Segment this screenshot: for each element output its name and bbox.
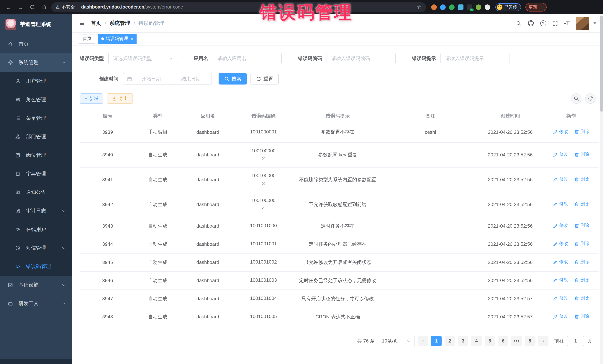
edit-link[interactable]: 修改 [553,295,568,302]
edit-link[interactable]: 修改 [553,129,568,135]
user-avatar[interactable] [576,16,589,30]
search-button[interactable]: 搜索 [219,73,247,85]
edit-link[interactable]: 修改 [553,176,568,183]
toggle-search-button[interactable] [571,93,581,104]
page-button-8[interactable]: 8 [525,336,535,346]
tools-icon [7,301,13,306]
tag-active[interactable]: 错误码管理× [98,34,137,44]
refresh-table-button[interactable] [585,93,596,104]
add-button[interactable]: + 新增 [80,93,103,104]
breadcrumb: 首页 / 系统管理 / 错误码管理 [91,20,164,26]
sidebar-item-role-management[interactable]: 角色管理 [0,90,72,109]
profile-paused-badge[interactable]: 已暂停 [495,3,521,11]
delete-link[interactable]: 删除 [574,277,589,283]
sidebar-item-system-management[interactable]: 系统管理 [0,53,72,72]
page-ellipsis[interactable]: ••• [511,336,522,346]
delete-link[interactable]: 删除 [574,313,589,320]
date-range-picker[interactable]: 开始日期 - 结束日期 [123,73,212,85]
edit-link[interactable]: 修改 [553,259,568,265]
address-bar[interactable]: ⚠ 不安全 dashboard.yudao.iocoder.cn/system/… [51,2,426,12]
collapse-sidebar-icon[interactable] [79,21,84,26]
delete-icon [574,278,579,283]
browser-update-button[interactable]: 更新 ⋮ [525,3,546,11]
scrollbar-thumb[interactable] [600,16,603,112]
delete-link[interactable]: 删除 [574,201,589,207]
delete-link[interactable]: 删除 [574,241,589,247]
browser-home-icon[interactable] [39,2,49,12]
page-button-5[interactable]: 5 [485,336,495,346]
sidebar-item-sms-management[interactable]: 短信管理 [0,239,72,257]
edit-link[interactable]: 修改 [553,313,568,320]
bookmark-star-icon[interactable]: ☆ [417,4,422,10]
sidebar-item-audit-log[interactable]: 审计日志 [0,202,72,220]
delete-link[interactable]: 删除 [574,295,589,302]
page-button-4[interactable]: 4 [471,336,482,346]
avatar-caret-icon[interactable] [593,22,596,24]
sidebar-item-user-management[interactable]: 用户管理 [0,72,72,90]
sidebar-item-dict-management[interactable]: 字典管理 [0,165,72,183]
page-button-3[interactable]: 3 [458,336,468,346]
export-button[interactable]: 导出 [107,93,133,104]
sidebar-item-dept-management[interactable]: 部门管理 [0,128,72,146]
security-chip[interactable]: ⚠ 不安全 [56,4,75,10]
fullscreen-icon[interactable] [552,21,557,26]
error-type-select[interactable]: 请选择错误码类型 [108,53,177,64]
extension-orange-icon[interactable] [431,4,437,10]
edit-link[interactable]: 修改 [553,201,568,207]
error-code-input[interactable] [326,53,395,64]
sidebar-item-menu-management[interactable]: 菜单管理 [0,109,72,128]
delete-link[interactable]: 删除 [574,129,589,135]
delete-link[interactable]: 删除 [574,176,589,183]
app-logo-row[interactable]: 芋道管理系统 [0,14,72,35]
extension-blue-grid-icon[interactable] [458,4,464,10]
error-type-placeholder: 请选择错误码类型 [113,55,152,62]
extension-blue-drop-icon[interactable] [440,4,446,10]
sidebar-item-error-code[interactable]: 错误码管理 [0,257,72,276]
sidebar-item-dev-tools[interactable]: 研发工具 [0,294,72,313]
edit-icon [553,129,558,134]
cell-hint: 不能删除类型为系统内置的参数配置 [291,167,384,192]
edit-link[interactable]: 修改 [553,223,568,229]
edit-link[interactable]: 修改 [553,151,568,158]
sidebar-item-home[interactable]: 首页 [0,35,72,53]
browser-forward-icon[interactable]: → [16,2,25,12]
sidebar-item-post-management[interactable]: 岗位管理 [0,146,72,165]
chevron-down-icon [406,338,412,343]
breadcrumb-system[interactable]: 系统管理 [109,20,130,26]
extension-green-check-icon[interactable] [449,4,454,10]
page-size-select[interactable]: 10条/页 [378,336,415,346]
page-button-6[interactable]: 6 [498,336,508,346]
browser-reload-icon[interactable] [27,2,37,12]
app-name-input[interactable] [213,53,282,64]
page-scrollbar[interactable] [600,14,603,364]
sidebar-item-infrastructure[interactable]: 基础设施 [0,276,72,294]
page-button-1[interactable]: 1 [431,336,441,346]
extension-puzzle-icon[interactable] [485,4,490,10]
font-size-icon[interactable] [564,20,570,26]
sidebar-item-online-users[interactable]: 在线用户 [0,220,72,239]
extension-tampermonkey-icon[interactable]: on [467,4,472,10]
error-hint-input[interactable] [441,53,510,64]
close-tag-icon[interactable]: × [131,36,133,41]
edit-link[interactable]: 修改 [553,241,568,247]
reset-button[interactable]: 重置 [251,73,279,85]
sidebar-item-notice[interactable]: 通知公告 [0,183,72,202]
tag-item[interactable]: 首页 [79,34,95,44]
extension-green-key-icon[interactable] [476,4,481,10]
browser-back-icon[interactable]: ← [4,2,13,12]
docs-help-icon[interactable] [540,20,546,26]
delete-link[interactable]: 删除 [574,259,589,265]
breadcrumb-home[interactable]: 首页 [91,20,101,26]
browser-menu-icon[interactable]: ⋮ [539,5,543,10]
edit-link[interactable]: 修改 [553,277,568,283]
edit-icon [553,259,558,265]
next-page-button[interactable]: › [538,336,548,346]
delete-link[interactable]: 删除 [574,151,589,158]
search-icon[interactable] [516,21,521,26]
page-button-2[interactable]: 2 [445,336,455,346]
book-icon [15,171,21,176]
delete-link[interactable]: 删除 [574,223,589,229]
prev-page-button[interactable]: ‹ [418,336,428,346]
goto-page-input[interactable] [567,336,584,346]
github-icon[interactable] [527,20,534,26]
